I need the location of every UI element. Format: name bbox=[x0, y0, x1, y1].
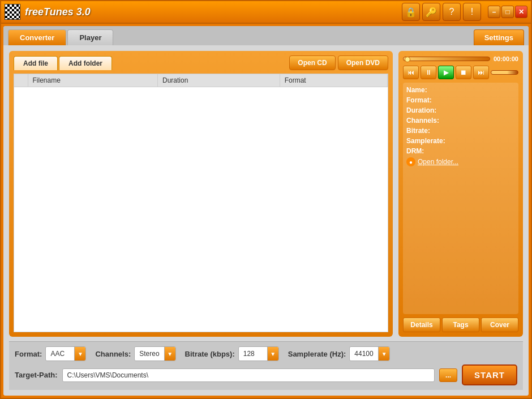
bitrate-dropdown[interactable]: 128 ▼ bbox=[238, 346, 279, 361]
samplerate-dropdown-arrow[interactable]: ▼ bbox=[378, 347, 389, 361]
open-cd-button[interactable]: Open CD bbox=[289, 55, 335, 70]
channels-row: Channels: bbox=[406, 117, 515, 125]
app-logo bbox=[5, 4, 20, 20]
format-label: Format: bbox=[406, 96, 452, 104]
open-folder-link[interactable]: Open folder... bbox=[418, 158, 458, 166]
tab-player[interactable]: Player bbox=[67, 29, 113, 45]
title-bar: freeTunes 3.0 🔒 🔑 ? ! – □ ✕ bbox=[1, 1, 531, 24]
prev-button[interactable]: ⏮ bbox=[403, 66, 419, 79]
bitrate-group: Bitrate (kbps): 128 ▼ bbox=[185, 346, 279, 361]
format-dropdown[interactable]: AAC ▼ bbox=[45, 346, 86, 361]
channels-group: Channels: Stereo ▼ bbox=[95, 346, 175, 361]
app-title: freeTunes 3.0 bbox=[25, 6, 91, 18]
volume-slider[interactable] bbox=[491, 70, 518, 75]
file-list-area: Add file Add folder Open CD Open DVD bbox=[9, 51, 393, 337]
channels-dropdown-arrow[interactable]: ▼ bbox=[164, 347, 175, 361]
info-icon-btn[interactable]: ! bbox=[463, 3, 481, 21]
channels-dropdown-value: Stereo bbox=[135, 348, 164, 359]
format-dropdown-value: AAC bbox=[46, 348, 74, 359]
tab-left: Converter Player bbox=[8, 29, 113, 45]
path-input[interactable] bbox=[62, 368, 435, 382]
bitrate-ctrl-label: Bitrate (kbps): bbox=[185, 350, 235, 358]
stop-button[interactable]: ⏹ bbox=[456, 66, 471, 79]
close-button[interactable]: ✕ bbox=[515, 6, 527, 18]
col-duration: Duration bbox=[158, 74, 280, 87]
drm-row: DRM: bbox=[406, 147, 515, 155]
lock-icon-btn[interactable]: 🔒 bbox=[402, 3, 420, 21]
add-folder-tab[interactable]: Add folder bbox=[59, 56, 112, 70]
format-row: Format: AAC ▼ Channels: Stereo ▼ bbox=[15, 346, 517, 361]
top-section: Add file Add folder Open CD Open DVD bbox=[9, 51, 523, 337]
path-row: Target-Path: ... START bbox=[15, 364, 517, 385]
restore-button[interactable]: □ bbox=[501, 6, 514, 18]
file-tab-right: Open CD Open DVD bbox=[289, 55, 388, 70]
add-file-tab[interactable]: Add file bbox=[14, 56, 58, 70]
bitrate-label: Bitrate: bbox=[406, 127, 452, 135]
samplerate-row: Samplerate: bbox=[406, 137, 515, 145]
format-dropdown-arrow[interactable]: ▼ bbox=[74, 347, 85, 361]
progress-thumb bbox=[405, 57, 410, 62]
open-folder-row: ● Open folder... bbox=[406, 157, 515, 166]
open-dvd-button[interactable]: Open DVD bbox=[338, 55, 388, 70]
samplerate-label: Samplerate: bbox=[406, 137, 452, 145]
name-label: Name: bbox=[406, 86, 452, 94]
player-tabs: Details Tags Cover bbox=[403, 318, 518, 332]
samplerate-dropdown-value: 44100 bbox=[350, 348, 378, 359]
drm-label: DRM: bbox=[406, 147, 452, 155]
tab-tags[interactable]: Tags bbox=[442, 318, 479, 332]
file-list-tabs: Add file Add folder Open CD Open DVD bbox=[14, 55, 388, 70]
minimize-button[interactable]: – bbox=[488, 6, 500, 18]
pause-button[interactable]: ⏸ bbox=[421, 66, 436, 79]
file-table-container: Filename Duration Format bbox=[14, 74, 388, 332]
bottom-controls: Format: AAC ▼ Channels: Stereo ▼ bbox=[9, 341, 523, 390]
channels-ctrl-label: Channels: bbox=[95, 350, 131, 358]
samplerate-dropdown[interactable]: 44100 ▼ bbox=[349, 346, 390, 361]
progress-track[interactable] bbox=[403, 57, 490, 61]
name-row: Name: bbox=[406, 86, 515, 94]
samplerate-group: Samplerate (Hz): 44100 ▼ bbox=[288, 346, 391, 361]
format-row: Format: bbox=[406, 96, 515, 104]
file-tab-left: Add file Add folder bbox=[14, 56, 112, 70]
main-content: Converter Player Settings Add file Add f… bbox=[3, 26, 529, 396]
inner-panel: Add file Add folder Open CD Open DVD bbox=[3, 45, 529, 396]
bitrate-dropdown-arrow[interactable]: ▼ bbox=[267, 347, 278, 361]
player-panel: 00:00:00 ⏮ ⏸ ▶ ⏹ ⏭ Name: bbox=[398, 51, 523, 337]
channels-label: Channels: bbox=[406, 117, 452, 125]
title-icons: 🔒 🔑 ? ! bbox=[402, 3, 481, 21]
format-group: Format: AAC ▼ bbox=[15, 346, 86, 361]
play-button[interactable]: ▶ bbox=[438, 66, 454, 79]
player-controls: ⏮ ⏸ ▶ ⏹ ⏭ bbox=[403, 66, 518, 79]
path-label: Target-Path: bbox=[15, 371, 58, 379]
title-right: 🔒 🔑 ? ! – □ ✕ bbox=[402, 3, 527, 21]
next-button[interactable]: ⏭ bbox=[473, 66, 489, 79]
col-format: Format bbox=[280, 74, 387, 87]
duration-label: Duration: bbox=[406, 106, 452, 114]
tab-bar: Converter Player Settings bbox=[3, 26, 529, 45]
help-icon-btn[interactable]: ? bbox=[443, 3, 461, 21]
tab-details[interactable]: Details bbox=[403, 318, 440, 332]
main-window: freeTunes 3.0 🔒 🔑 ? ! – □ ✕ Converter Pl… bbox=[0, 0, 532, 399]
settings-button[interactable]: Settings bbox=[474, 29, 524, 45]
format-ctrl-label: Format: bbox=[15, 350, 42, 358]
tab-cover[interactable]: Cover bbox=[481, 318, 518, 332]
start-button[interactable]: START bbox=[462, 364, 517, 385]
folder-icon: ● bbox=[406, 157, 415, 166]
col-filename: Filename bbox=[28, 74, 158, 87]
channels-dropdown[interactable]: Stereo ▼ bbox=[134, 346, 175, 361]
info-section: Name: Format: Duration: Channels: bbox=[403, 83, 518, 314]
bitrate-dropdown-value: 128 bbox=[239, 348, 267, 359]
progress-bar-area: 00:00:00 bbox=[403, 55, 518, 62]
bitrate-row: Bitrate: bbox=[406, 127, 515, 135]
duration-row: Duration: bbox=[406, 106, 515, 114]
file-table: Filename Duration Format bbox=[14, 74, 388, 87]
tab-converter[interactable]: Converter bbox=[8, 29, 66, 45]
title-left: freeTunes 3.0 bbox=[5, 4, 91, 20]
col-check bbox=[14, 74, 28, 87]
samplerate-ctrl-label: Samplerate (Hz): bbox=[288, 350, 346, 358]
browse-button[interactable]: ... bbox=[439, 368, 457, 382]
table-header-row: Filename Duration Format bbox=[14, 74, 388, 87]
key-icon-btn[interactable]: 🔑 bbox=[422, 3, 440, 21]
time-display: 00:00:00 bbox=[494, 55, 518, 62]
